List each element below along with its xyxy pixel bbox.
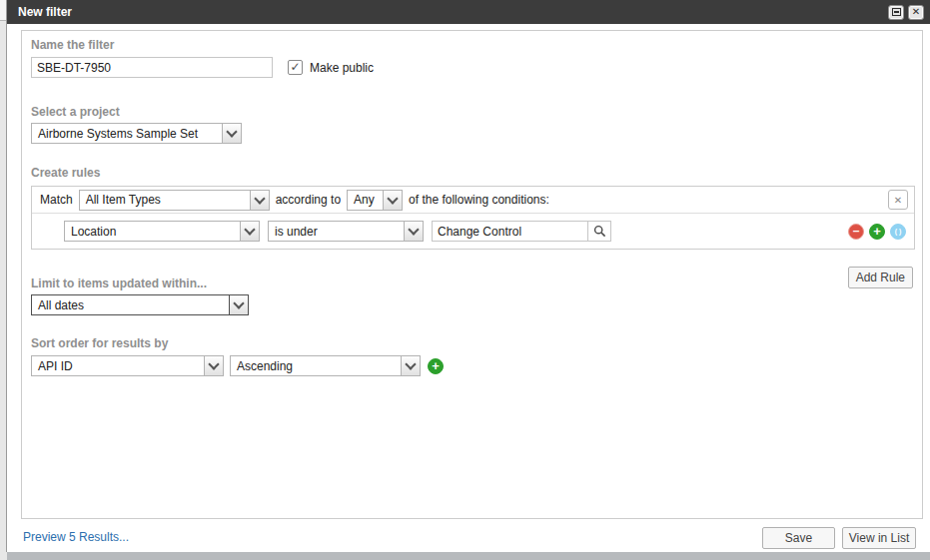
minus-icon: – (853, 225, 860, 237)
screen: New filter ✕ Name the filter ✓ Make publ… (0, 0, 930, 560)
project-select-value: Airborne Systems Sample Set (32, 124, 222, 143)
plus-icon: + (432, 359, 440, 372)
chevron-down-icon (383, 191, 402, 210)
rules-group-box: Match All Item Types according to Any of… (31, 186, 915, 250)
close-icon: ✕ (894, 195, 902, 206)
chevron-down-icon (240, 222, 259, 241)
rule-field-select[interactable]: Location (64, 221, 260, 242)
sort-order-label: Sort order for results by (31, 336, 168, 350)
rule-operator-select[interactable]: is under (268, 221, 424, 242)
remove-rule-group-button[interactable]: ✕ (888, 190, 908, 210)
project-select[interactable]: Airborne Systems Sample Set (31, 123, 242, 144)
checkbox-check-icon: ✓ (290, 61, 300, 73)
sort-field-select-value: API ID (32, 356, 204, 375)
rule-operator-select-value: is under (269, 222, 404, 241)
minimize-icon (892, 8, 901, 16)
dialog-titlebar: New filter ✕ (7, 0, 930, 24)
make-public-checkbox[interactable]: ✓ (288, 60, 303, 75)
filter-form-panel: Name the filter ✓ Make public Select a p… (21, 30, 923, 519)
select-project-label: Select a project (31, 105, 120, 119)
preview-results-link[interactable]: Preview 5 Results... (23, 530, 129, 544)
conditions-label: of the following conditions: (409, 193, 549, 207)
add-sort-button[interactable]: + (428, 358, 444, 374)
item-type-select[interactable]: All Item Types (79, 190, 270, 211)
group-rules-button[interactable]: ( ) (890, 224, 906, 240)
plus-icon: + (873, 225, 881, 238)
filter-name-input[interactable] (31, 57, 273, 78)
search-icon (593, 225, 606, 238)
chevron-down-icon (204, 356, 223, 375)
chevron-down-icon (404, 222, 423, 241)
create-rules-label: Create rules (31, 166, 100, 180)
close-icon: ✕ (912, 7, 920, 17)
sort-direction-select-value: Ascending (231, 356, 401, 375)
according-to-select[interactable]: Any (347, 190, 403, 211)
minimize-button[interactable] (888, 5, 904, 20)
save-button[interactable]: Save (762, 527, 835, 549)
parentheses-icon: ( ) (895, 228, 902, 235)
view-in-list-button[interactable]: View in List (842, 527, 916, 549)
chevron-down-icon (401, 356, 420, 375)
date-range-select[interactable]: All dates (31, 294, 249, 315)
chevron-down-icon (250, 191, 269, 210)
new-filter-dialog: New filter ✕ Name the filter ✓ Make publ… (7, 0, 930, 552)
rule-value-search-button[interactable] (588, 221, 611, 242)
make-public-label: Make public (310, 61, 374, 75)
add-rule-inline-button[interactable]: + (869, 224, 885, 240)
according-to-select-value: Any (348, 191, 383, 210)
add-rule-button[interactable]: Add Rule (848, 267, 913, 288)
according-to-label: according to (276, 193, 341, 207)
close-button[interactable]: ✕ (908, 5, 924, 20)
rule-field-select-value: Location (65, 222, 240, 241)
rule-row: Location is under (32, 214, 914, 249)
dialog-title: New filter (18, 5, 884, 19)
sort-field-select[interactable]: API ID (31, 355, 224, 376)
name-filter-label: Name the filter (31, 38, 114, 52)
sort-direction-select[interactable]: Ascending (230, 355, 421, 376)
chevron-down-icon (229, 295, 248, 314)
rule-value-group (432, 221, 611, 242)
remove-rule-button[interactable]: – (848, 224, 864, 240)
page-background-strip (7, 552, 930, 560)
match-label: Match (40, 193, 73, 207)
background-window-edge (0, 0, 7, 21)
rule-value-input[interactable] (432, 221, 588, 242)
rule-group-header-row: Match All Item Types according to Any of… (32, 187, 914, 214)
chevron-down-icon (222, 124, 241, 143)
item-type-select-value: All Item Types (80, 191, 250, 210)
limit-label: Limit to items updated within... (31, 277, 207, 290)
date-range-select-value: All dates (32, 295, 229, 314)
